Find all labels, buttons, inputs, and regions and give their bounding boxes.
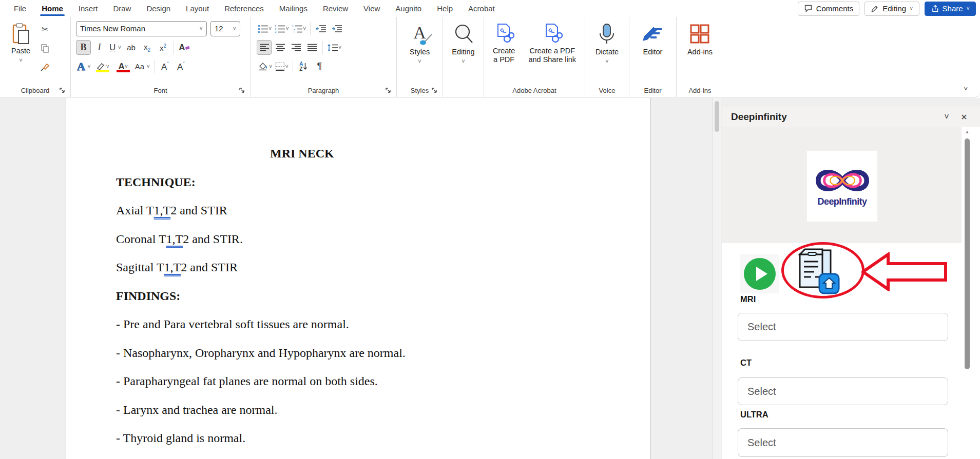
menu-tab-home[interactable]: Home (35, 2, 70, 16)
menu-tab-draw[interactable]: Draw (106, 2, 138, 16)
font-size-combo[interactable]: 12 ˅ (210, 21, 240, 36)
align-center-button[interactable] (273, 40, 287, 55)
scroll-up-icon[interactable]: ▲ (964, 129, 970, 134)
font-name-combo[interactable]: Times New Roman ˅ (76, 21, 207, 36)
show-marks-button[interactable]: ¶ (312, 59, 327, 74)
comments-button[interactable]: Comments (798, 2, 860, 16)
menu-tab-acrobat[interactable]: Acrobat (462, 2, 502, 16)
menu-tab-view[interactable]: View (357, 2, 387, 16)
subscript-button[interactable]: x2 (140, 40, 155, 55)
deepinfinity-panel: Deepinfinity ˅ ✕ DeepInfinity (722, 107, 980, 459)
addins-button[interactable]: Add-ins (683, 20, 717, 85)
mri-select[interactable]: Select (738, 313, 948, 341)
editor-button[interactable]: Editor (637, 20, 669, 85)
copy-button[interactable] (37, 41, 52, 56)
findings-heading[interactable]: FINDINGS: (116, 282, 620, 311)
ribbon-group-voice: Dictate ˅ Voice (585, 17, 629, 97)
numbering-button[interactable]: 123 ˅ (274, 21, 290, 36)
chevron-down-icon: ˅ (462, 58, 465, 64)
font-group-label: Font (153, 87, 167, 94)
editing-button[interactable]: Editing ˅ (448, 20, 478, 85)
document-scrollbar-thumb[interactable] (715, 101, 719, 132)
technique-heading[interactable]: TECHNIQUE: (116, 168, 620, 197)
document-title[interactable]: MRI NECK (116, 139, 620, 168)
increase-indent-button[interactable] (330, 21, 344, 36)
underline-button[interactable]: U ˅ (108, 40, 123, 55)
dictate-label: Dictate (595, 48, 619, 56)
decrease-indent-button[interactable] (314, 21, 329, 36)
sort-button[interactable]: AZ (296, 59, 311, 74)
technique-line[interactable]: Axial T1,T2 and STIR (116, 196, 620, 225)
superscript-button[interactable]: x2 (156, 40, 170, 55)
editor-pencil-icon (641, 23, 665, 46)
menu-tab-mailings[interactable]: Mailings (273, 2, 314, 16)
menu-tab-references[interactable]: References (218, 2, 271, 16)
menu-tab-augnito[interactable]: Augnito (389, 2, 428, 16)
panel-collapse-button[interactable]: ˅ (938, 109, 955, 125)
share-button[interactable]: Share ˅ (925, 2, 976, 16)
chevron-down-icon: ˅ (910, 6, 913, 11)
font-dialog-launcher[interactable] (238, 87, 245, 94)
shading-button[interactable]: ˅ (257, 59, 273, 74)
menu-tab-help[interactable]: Help (430, 2, 459, 16)
paste-button[interactable]: Paste ˅ (7, 20, 34, 85)
borders-button[interactable]: ˅ (274, 59, 289, 74)
ultra-select[interactable]: Select (738, 428, 948, 457)
menu-tab-design[interactable]: Design (140, 2, 177, 16)
chevron-down-icon: ˅ (967, 6, 970, 11)
grow-font-button[interactable]: Aˆ (158, 59, 172, 74)
menu-tab-layout[interactable]: Layout (179, 2, 216, 16)
finding-line[interactable]: - Nasopharynx, Oropharynx and Hypopharyn… (116, 339, 620, 368)
change-case-button[interactable]: Aa ˅ (134, 59, 151, 74)
menu-tab-insert[interactable]: Insert (72, 2, 105, 16)
text-effects-button[interactable]: A ˅ (76, 59, 92, 74)
align-left-button[interactable] (257, 40, 272, 55)
clear-formatting-button[interactable]: A (177, 40, 192, 55)
styles-dialog-launcher[interactable] (431, 87, 438, 94)
chevron-down-icon: ˅ (285, 26, 289, 31)
styles-button[interactable]: A Styles ˅ (405, 20, 435, 85)
panel-close-button[interactable]: ✕ (955, 109, 973, 125)
chevron-down-icon: ˅ (418, 58, 421, 64)
chevron-down-icon: ˅ (200, 26, 203, 31)
pdf-share-link-icon (542, 23, 563, 45)
ribbon-group-adobe: Createa PDF Create a PDFand Share link A… (484, 17, 585, 97)
shrink-font-button[interactable]: Aˇ (174, 59, 188, 74)
create-pdf-share-button[interactable]: Create a PDFand Share link (524, 20, 580, 85)
italic-button[interactable]: I (92, 40, 107, 55)
finding-line[interactable]: - Parapharyngeal fat planes are normal o… (116, 367, 620, 396)
align-right-button[interactable] (289, 40, 303, 55)
clipboard-dialog-launcher[interactable] (59, 87, 66, 94)
create-pdf-button[interactable]: Createa PDF (489, 20, 520, 85)
editing-mode-button[interactable]: Editing ˅ (864, 2, 919, 16)
cut-button[interactable]: ✂ (37, 22, 52, 37)
finding-line[interactable]: - Larynx and trachea are normal. (116, 396, 620, 425)
document-page[interactable]: MRI NECK TECHNIQUE: Axial T1,T2 and STIR… (66, 98, 651, 459)
strikethrough-button[interactable]: ab (124, 40, 139, 55)
menu-tab-file[interactable]: File (7, 2, 33, 16)
line-spacing-button[interactable]: ˅ (326, 40, 342, 55)
panel-scrollbar-thumb[interactable] (965, 138, 970, 369)
document-scrollbar[interactable] (713, 98, 721, 459)
collapse-ribbon-button[interactable]: ˅ (964, 85, 968, 93)
format-painter-button[interactable] (37, 60, 52, 75)
ribbon-group-styles: A Styles ˅ Styles (396, 17, 443, 97)
upload-report-button[interactable] (793, 246, 842, 296)
highlight-button[interactable]: ˅ (93, 59, 112, 74)
menu-tab-review[interactable]: Review (316, 2, 355, 16)
technique-line[interactable]: Coronal T1,T2 and STIR. (116, 225, 620, 254)
justify-button[interactable] (304, 40, 319, 55)
panel-scrollbar[interactable]: ▲ (964, 129, 970, 457)
finding-line[interactable]: - Thyroid gland is normal. (116, 424, 620, 453)
ct-select[interactable]: Select (738, 377, 948, 405)
svg-text:i: i (294, 30, 294, 33)
multilevel-list-button[interactable]: 1ai ˅ (291, 21, 307, 36)
finding-line[interactable]: - Pre and Para vertebral soft tissues ar… (116, 310, 620, 339)
dictate-button[interactable]: Dictate ˅ (591, 20, 623, 85)
font-color-button[interactable]: A ˅ (113, 59, 133, 74)
run-button[interactable] (740, 254, 779, 293)
technique-line[interactable]: Sagittal T1,T2 and STIR (116, 253, 620, 282)
paragraph-dialog-launcher[interactable] (385, 87, 392, 94)
bullets-button[interactable]: ˅ (257, 21, 273, 36)
bold-button[interactable]: B (76, 40, 91, 55)
